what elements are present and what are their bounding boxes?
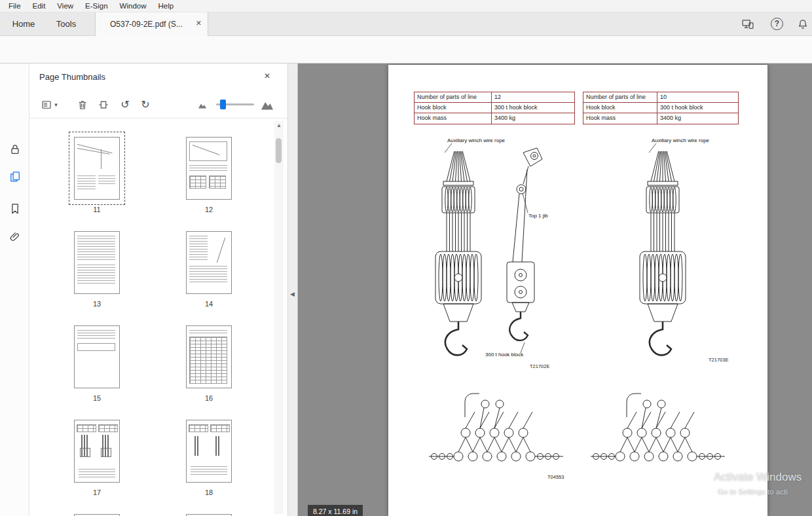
bell-icon bbox=[796, 18, 809, 31]
chevron-down-icon: ▾ bbox=[54, 102, 58, 108]
menu-edit[interactable]: Edit bbox=[27, 2, 52, 10]
page-number-label: 11 bbox=[74, 206, 120, 213]
activate-windows-watermark-sub: Go to Settings to acti bbox=[718, 488, 788, 496]
page-number-label: 16 bbox=[186, 394, 232, 402]
menu-esign[interactable]: E-Sign bbox=[79, 2, 114, 10]
help-button[interactable]: ? bbox=[771, 18, 783, 30]
hook-block-diagrams bbox=[388, 65, 767, 516]
share-screen-icon bbox=[741, 18, 754, 31]
page-number-label: 12 bbox=[186, 206, 232, 213]
activate-windows-watermark: Activate Windows bbox=[714, 471, 802, 484]
collapse-panel-icon[interactable]: ◀ bbox=[290, 291, 295, 297]
panel-scrollbar[interactable] bbox=[274, 121, 284, 514]
options-menu-button[interactable]: ▾ bbox=[37, 96, 62, 114]
menu-window[interactable]: Window bbox=[114, 2, 153, 10]
label-top-1-jib: Top 1 jib bbox=[528, 213, 548, 219]
thumbnail-zoom-out-icon bbox=[193, 96, 212, 114]
bookmark-icon bbox=[9, 202, 22, 215]
panel-scrollbar-thumb[interactable] bbox=[276, 138, 282, 163]
panel-collapse-strip[interactable]: ◀ bbox=[288, 64, 298, 516]
delete-page-button[interactable] bbox=[73, 96, 92, 114]
page-number-label: 13 bbox=[74, 300, 120, 308]
share-screen-button[interactable] bbox=[739, 16, 757, 32]
figure-code-reeving: T04553 bbox=[547, 474, 564, 480]
lock-icon bbox=[9, 143, 22, 156]
tab-home[interactable]: Home bbox=[9, 12, 38, 36]
scroll-up-icon[interactable]: ▲ bbox=[276, 123, 282, 128]
menu-help[interactable]: Help bbox=[153, 2, 180, 10]
panel-divider bbox=[29, 118, 287, 119]
thumbnail-page-16[interactable] bbox=[186, 325, 232, 388]
thumbnail-page-17[interactable] bbox=[74, 420, 120, 483]
page-number-label: 17 bbox=[74, 488, 120, 496]
page-number-label: 18 bbox=[186, 488, 232, 496]
tab-tools[interactable]: Tools bbox=[51, 12, 81, 36]
thumbnail-preview bbox=[187, 326, 231, 388]
menu-view[interactable]: View bbox=[51, 2, 79, 10]
thumbnail-page-13[interactable] bbox=[74, 231, 120, 294]
thumbnail-page-14[interactable] bbox=[186, 231, 232, 294]
page-thumbnails-icon bbox=[9, 170, 22, 183]
nav-sidebar bbox=[0, 64, 29, 516]
attachments-button[interactable] bbox=[5, 227, 25, 247]
page-number-label: 14 bbox=[186, 300, 232, 308]
paperclip-icon bbox=[9, 230, 22, 244]
figure-code-right: T21703E bbox=[709, 357, 728, 363]
panel-title: Page Thumbnails bbox=[39, 72, 105, 82]
close-icon[interactable]: ✕ bbox=[196, 20, 202, 27]
thumbnail-preview bbox=[75, 232, 119, 293]
toolbar: ☆ / 27 bbox=[0, 36, 812, 64]
slider-thumb[interactable] bbox=[220, 100, 226, 109]
pdf-page: Number of parts of line 12 Hook block 30… bbox=[388, 65, 767, 516]
thumbnail-preview bbox=[187, 420, 231, 482]
rotate-counterclockwise-button[interactable]: ↺ bbox=[116, 96, 134, 114]
close-icon[interactable]: ✕ bbox=[264, 71, 270, 81]
thumbnail-preview bbox=[187, 232, 231, 293]
options-list-icon bbox=[41, 99, 52, 111]
tab-bar: Home Tools O537-09-2E.pdf (S... ✕ ? bbox=[0, 12, 812, 36]
protection-button[interactable] bbox=[5, 139, 25, 159]
thumbnail-page-18[interactable] bbox=[186, 420, 232, 483]
extract-page-icon bbox=[98, 99, 109, 111]
thumbnail-page-15[interactable] bbox=[74, 325, 120, 388]
label-aux-winch-rope-right: Auxiliary winch wire rope bbox=[652, 138, 709, 143]
label-aux-winch-rope-left: Auxiliary winch wire rope bbox=[447, 138, 505, 143]
rotate-ccw-icon: ↺ bbox=[120, 100, 129, 110]
document-area[interactable]: Number of parts of line 12 Hook block 30… bbox=[298, 64, 812, 516]
thumbnail-preview bbox=[187, 138, 231, 199]
thumbnail-preview bbox=[75, 138, 119, 199]
thumbnail-preview bbox=[75, 420, 119, 482]
thumbnail-zoom-in-icon bbox=[258, 96, 276, 114]
thumbnails-panel: Page Thumbnails ✕ ▾ ↺ ↻ bbox=[29, 64, 288, 516]
thumbnail-preview bbox=[75, 326, 119, 388]
document-tab-label: O537-09-2E.pdf (S... bbox=[110, 12, 183, 36]
thumbnail-page-12[interactable] bbox=[186, 137, 232, 200]
figure-code-mid: T21702E bbox=[530, 363, 549, 369]
extract-page-button[interactable] bbox=[94, 96, 113, 114]
help-icon: ? bbox=[775, 19, 779, 28]
document-tab[interactable]: O537-09-2E.pdf (S... ✕ bbox=[95, 12, 208, 36]
acrobat-window: File Edit View E-Sign Window Help Home T… bbox=[0, 0, 812, 516]
page-size-tooltip: 8.27 x 11.69 in bbox=[308, 505, 363, 516]
page-number-label: 15 bbox=[74, 394, 120, 402]
trash-icon bbox=[77, 99, 88, 111]
notifications-button[interactable] bbox=[794, 16, 812, 32]
page-thumbnails-button[interactable] bbox=[5, 167, 25, 187]
menu-bar: File Edit View E-Sign Window Help bbox=[0, 0, 812, 12]
rotate-clockwise-button[interactable]: ↻ bbox=[136, 96, 155, 114]
rotate-cw-icon: ↻ bbox=[141, 100, 149, 110]
menu-file[interactable]: File bbox=[3, 2, 27, 10]
label-300t-hook-block: 300 t hook block bbox=[485, 352, 523, 358]
thumbnail-page-11[interactable] bbox=[74, 137, 120, 200]
bookmarks-button[interactable] bbox=[5, 199, 25, 219]
